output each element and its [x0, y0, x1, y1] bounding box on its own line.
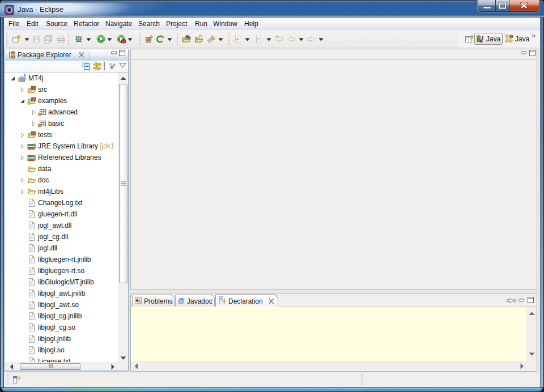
svg-text:J: J: [481, 34, 484, 41]
